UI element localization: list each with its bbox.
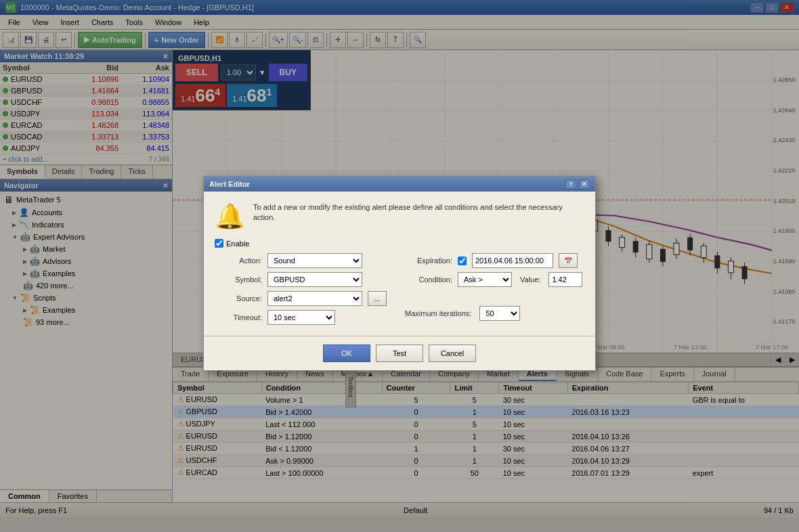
source-select[interactable]: alert2 xyxy=(267,291,362,306)
dialog-title-label: Alert Editor xyxy=(209,180,250,188)
symbol-select[interactable]: GBPUSD xyxy=(267,272,362,287)
expiration-input[interactable] xyxy=(472,253,553,268)
bell-icon: 🔔 xyxy=(215,202,245,231)
form-grid: Action: Sound Email Notification Execute… xyxy=(215,253,584,325)
symbol-label: Symbol: xyxy=(215,275,262,284)
expiration-checkbox-label xyxy=(458,257,467,265)
cancel-button[interactable]: Cancel xyxy=(429,345,476,362)
left-form-col: Action: Sound Email Notification Execute… xyxy=(215,253,394,325)
source-row: Source: alert2 ... xyxy=(215,291,394,306)
timeout-label: Timeout: xyxy=(215,313,262,322)
source-browse-button[interactable]: ... xyxy=(368,291,387,306)
dialog-close-button[interactable]: ✕ xyxy=(579,179,590,189)
expiration-row: Expiration: 📅 xyxy=(405,253,584,268)
right-form-col: Expiration: 📅 Condition: Ask > Ask < Bid… xyxy=(405,253,584,325)
alert-editor-dialog: Alert Editor ? ✕ 🔔 To add a new or modif… xyxy=(203,176,596,371)
value-input[interactable] xyxy=(548,272,582,287)
max-iter-select[interactable]: 50 xyxy=(479,306,520,321)
max-iter-label: Maximum iterations: xyxy=(405,309,471,317)
enable-checkbox[interactable] xyxy=(215,239,223,248)
source-label: Source: xyxy=(215,294,262,303)
dialog-title-bar: Alert Editor ? ✕ xyxy=(204,177,595,192)
max-iter-row: Maximum iterations: 50 xyxy=(405,306,584,321)
timeout-row: Timeout: 10 sec 30 sec 1 min xyxy=(215,310,394,325)
action-row: Action: Sound Email Notification Execute xyxy=(215,253,394,268)
action-label: Action: xyxy=(215,257,262,265)
condition-row: Condition: Ask > Ask < Bid > Bid < Value… xyxy=(405,272,584,287)
ok-button[interactable]: OK xyxy=(323,345,370,362)
dialog-title-controls: ? ✕ xyxy=(565,179,590,189)
timeout-select[interactable]: 10 sec 30 sec 1 min xyxy=(267,310,335,325)
symbol-row: Symbol: GBPUSD xyxy=(215,272,394,287)
expiration-calendar-button[interactable]: 📅 xyxy=(559,253,578,268)
condition-select[interactable]: Ask > Ask < Bid > Bid < xyxy=(458,272,512,287)
dialog-help-button[interactable]: ? xyxy=(565,179,576,189)
enable-checkbox-label[interactable]: Enable xyxy=(215,239,584,248)
expiration-label: Expiration: xyxy=(405,257,452,265)
condition-label: Condition: xyxy=(405,275,452,284)
dialog-info: 🔔 To add a new or modify the existing al… xyxy=(215,202,584,231)
test-button[interactable]: Test xyxy=(376,345,423,362)
dialog-content: 🔔 To add a new or modify the existing al… xyxy=(204,192,595,336)
dialog-info-text: To add a new or modify the existing aler… xyxy=(253,202,584,231)
expiration-checkbox[interactable] xyxy=(458,257,467,265)
dialog-footer: OK Test Cancel xyxy=(204,336,595,370)
value-label: Value: xyxy=(520,275,540,284)
enable-label: Enable xyxy=(226,240,249,248)
enable-row: Enable xyxy=(215,239,584,248)
dialog-overlay: Alert Editor ? ✕ 🔔 To add a new or modif… xyxy=(0,0,799,532)
action-select[interactable]: Sound Email Notification Execute xyxy=(267,253,362,268)
